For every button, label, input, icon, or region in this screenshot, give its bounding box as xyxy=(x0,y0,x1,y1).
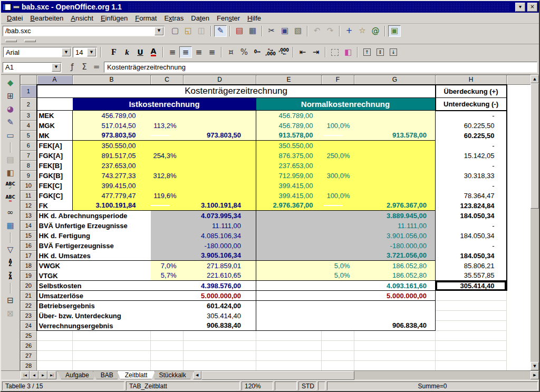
edit-file-icon[interactable]: ✎ xyxy=(214,25,227,37)
group-icon[interactable]: ⊟ xyxy=(4,294,17,307)
row-header-18[interactable]: 18 xyxy=(21,261,37,271)
cell[interactable]: 913.578,00 xyxy=(256,131,322,141)
cell[interactable] xyxy=(151,351,184,361)
cell[interactable] xyxy=(322,281,354,291)
scroll-up-button[interactable]: ▲ xyxy=(531,75,539,83)
filler-cell[interactable] xyxy=(507,181,531,191)
filler-cell[interactable] xyxy=(507,201,531,211)
toolbar-handle[interactable] xyxy=(24,40,36,42)
cell[interactable] xyxy=(184,141,256,151)
delete-decimal-icon[interactable]: ,000⁰← xyxy=(277,46,290,58)
cell[interactable]: 113,2% xyxy=(151,121,184,131)
close-button[interactable]: × xyxy=(527,3,537,12)
cell[interactable] xyxy=(256,311,322,321)
cell[interactable] xyxy=(184,111,256,121)
cell[interactable] xyxy=(151,361,184,371)
cell[interactable] xyxy=(322,341,354,351)
cell[interactable]: - xyxy=(436,241,507,251)
cell[interactable] xyxy=(184,181,256,191)
cell[interactable] xyxy=(436,321,507,331)
cell[interactable] xyxy=(184,331,256,341)
row-header-4[interactable]: 4 xyxy=(21,121,37,131)
pin-icon[interactable] xyxy=(13,6,20,8)
cell[interactable]: 4.398.576,00 xyxy=(184,281,256,291)
cell[interactable] xyxy=(436,361,507,371)
cell[interactable] xyxy=(322,311,354,321)
cell[interactable] xyxy=(256,271,322,281)
copy-icon[interactable]: ▣ xyxy=(278,25,291,37)
vertical-scrollbar-thumb[interactable] xyxy=(531,83,539,209)
cell[interactable] xyxy=(151,181,184,191)
filler-cell[interactable] xyxy=(507,251,531,261)
cell[interactable]: 4.085.106,34 xyxy=(184,231,256,241)
cell[interactable] xyxy=(256,331,322,341)
hyperlink-icon[interactable]: @ xyxy=(369,25,382,37)
cell[interactable] xyxy=(256,351,322,361)
row-header-17[interactable]: 17 xyxy=(21,251,37,261)
h-column-header-line1[interactable]: Überdeckung (+) xyxy=(436,85,507,98)
cell[interactable] xyxy=(256,221,322,231)
sheet-tab-aufgabe[interactable]: Aufgabe xyxy=(57,371,97,379)
cell[interactable] xyxy=(151,241,184,251)
stylist-icon[interactable]: ☆ xyxy=(356,25,369,37)
cell[interactable] xyxy=(151,231,184,241)
filler-cell[interactable] xyxy=(507,121,531,131)
cell[interactable] xyxy=(184,351,256,361)
row-header-7[interactable]: 7 xyxy=(21,151,37,161)
menu-fenster[interactable]: Fenster xyxy=(213,14,244,23)
row-header-3[interactable]: 3 xyxy=(21,111,37,121)
cell[interactable]: 743.277,33 xyxy=(73,171,151,181)
add-decimal-icon[interactable]: ⁰→,000 xyxy=(264,46,277,58)
scroll-right-button[interactable]: ▶ xyxy=(531,371,539,379)
cell[interactable]: 5,0% xyxy=(322,261,354,271)
cell[interactable] xyxy=(151,251,184,261)
cell[interactable] xyxy=(322,231,354,241)
scroll-left-button[interactable]: ◀ xyxy=(193,371,201,379)
cell[interactable] xyxy=(354,121,436,131)
cell[interactable] xyxy=(151,211,184,221)
cell[interactable]: 906.838,40 xyxy=(354,321,436,331)
cell[interactable]: 305.414,40 xyxy=(184,311,256,321)
cell[interactable]: 184.050,34 xyxy=(436,251,507,261)
cell[interactable] xyxy=(73,291,151,301)
cell[interactable] xyxy=(73,341,151,351)
cell[interactable]: 15.142,05 xyxy=(436,151,507,161)
horizontal-scrollbar-trough[interactable] xyxy=(354,371,531,380)
bold-icon[interactable]: F xyxy=(108,46,120,58)
row-header-24[interactable]: 24 xyxy=(21,321,37,331)
cell[interactable]: VWGK xyxy=(37,261,73,271)
autofilter-icon[interactable]: ▽ xyxy=(4,243,17,256)
cell[interactable] xyxy=(436,341,507,351)
cell[interactable]: 100,0% xyxy=(322,121,354,131)
cell[interactable] xyxy=(322,111,354,121)
paste-icon[interactable]: ▧ xyxy=(292,25,304,37)
cell[interactable]: 30.318,33 xyxy=(436,171,507,181)
cell[interactable] xyxy=(256,261,322,271)
column-header-H[interactable]: H xyxy=(436,75,507,85)
form-functions-icon[interactable]: ▭ xyxy=(4,129,17,142)
cell[interactable] xyxy=(184,191,256,201)
cell[interactable] xyxy=(73,351,151,361)
cell[interactable] xyxy=(436,291,507,301)
cell[interactable] xyxy=(354,151,436,161)
cell[interactable]: Selbstkosten xyxy=(37,281,73,291)
filler-cell[interactable] xyxy=(507,131,531,141)
sort-ascending-icon[interactable]: AZ xyxy=(4,257,17,269)
cell[interactable] xyxy=(151,331,184,341)
export-pdf-icon[interactable]: ▤ xyxy=(233,25,246,37)
cell[interactable]: VTGK xyxy=(37,271,73,281)
menu-extras[interactable]: Extras xyxy=(160,14,187,23)
cell[interactable] xyxy=(256,361,322,371)
cell[interactable]: 456.789,00 xyxy=(256,121,322,131)
cell[interactable]: 5.000.000,00 xyxy=(354,291,436,301)
cell[interactable]: 186.052,80 xyxy=(354,261,436,271)
open-icon[interactable]: ◱ xyxy=(182,25,195,37)
cell[interactable] xyxy=(322,241,354,251)
previous-sheet-button[interactable]: ◀ xyxy=(30,371,38,379)
cell[interactable]: MK xyxy=(37,131,73,141)
first-sheet-button[interactable]: |◀ xyxy=(21,371,30,379)
cell[interactable] xyxy=(151,311,184,321)
cell[interactable]: 271.859,01 xyxy=(184,261,256,271)
cell[interactable]: 60.225,50 xyxy=(436,131,507,141)
cell[interactable] xyxy=(354,311,436,321)
